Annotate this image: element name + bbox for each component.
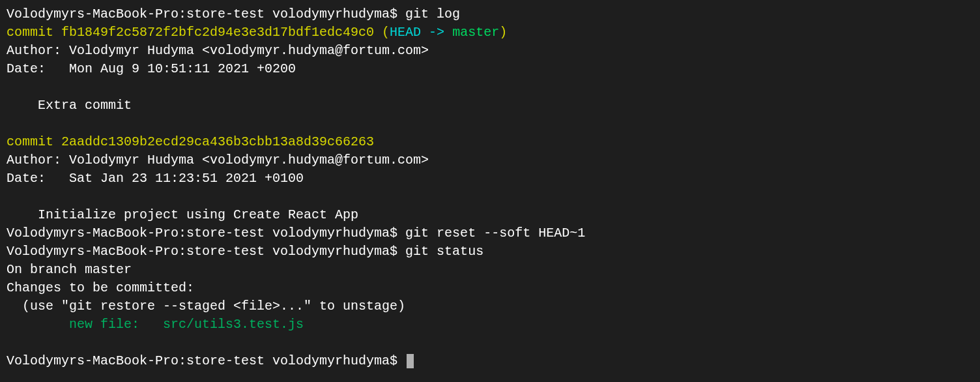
shell-prompt: Volodymyrs-MacBook-Pro:store-test volody…: [7, 353, 405, 368]
command-text: git reset --soft HEAD~1: [405, 226, 585, 241]
shell-prompt: Volodymyrs-MacBook-Pro:store-test volody…: [7, 7, 405, 22]
paren-close: ): [499, 25, 507, 40]
author-line: Author: Volodymyr Hudyma <volodymyr.hudy…: [7, 43, 429, 58]
command-text: git status: [405, 244, 483, 259]
status-hint: (use "git restore --staged <file>..." to…: [7, 299, 405, 314]
commit-message: Extra commit: [7, 98, 132, 113]
staged-file: new file: src/utils3.test.js: [7, 317, 304, 332]
branch-name: master: [452, 25, 499, 40]
shell-prompt: Volodymyrs-MacBook-Pro:store-test volody…: [7, 226, 405, 241]
author-line: Author: Volodymyr Hudyma <volodymyr.hudy…: [7, 153, 429, 168]
status-line: Changes to be committed:: [7, 280, 194, 295]
command-text: git log: [405, 7, 460, 22]
status-line: On branch master: [7, 262, 132, 277]
date-line: Date: Sat Jan 23 11:23:51 2021 +0100: [7, 171, 304, 186]
shell-prompt: Volodymyrs-MacBook-Pro:store-test volody…: [7, 244, 405, 259]
terminal-output[interactable]: Volodymyrs-MacBook-Pro:store-test volody…: [7, 5, 973, 370]
cursor: [407, 354, 414, 368]
commit-message: Initialize project using Create React Ap…: [7, 207, 358, 222]
commit-line: commit fb1849f2c5872f2bfc2d94e3e3d17bdf1…: [7, 25, 390, 40]
head-ref: HEAD ->: [390, 25, 452, 40]
commit-line: commit 2aaddc1309b2ecd29ca436b3cbb13a8d3…: [7, 134, 374, 149]
date-line: Date: Mon Aug 9 10:51:11 2021 +0200: [7, 61, 296, 76]
